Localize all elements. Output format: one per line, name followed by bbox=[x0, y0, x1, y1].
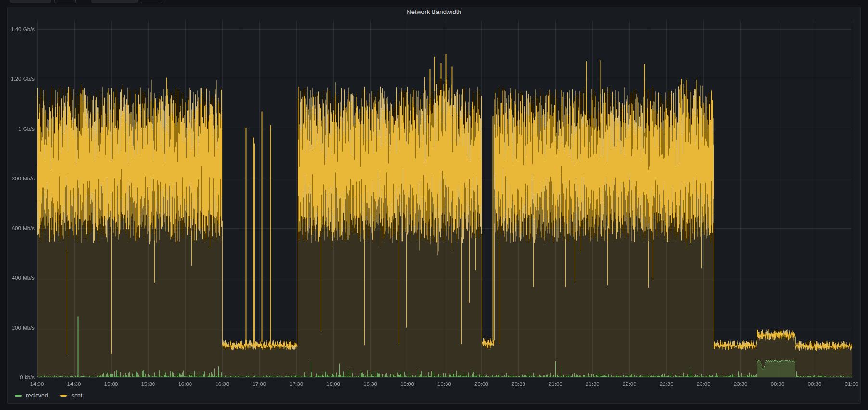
bandwidth-chart-canvas[interactable] bbox=[8, 17, 860, 385]
x-tick-label: 01:00 bbox=[833, 380, 868, 388]
x-tick-label: 23:30 bbox=[722, 380, 759, 388]
x-tick-label: 18:00 bbox=[315, 380, 352, 388]
y-tick-label: 1.40 Gb/s bbox=[0, 26, 35, 33]
legend: recieved sent bbox=[15, 391, 95, 400]
panel-title[interactable]: Network Bandwidth bbox=[7, 8, 861, 17]
x-tick-label: 16:00 bbox=[167, 380, 204, 388]
x-tick-label: 19:00 bbox=[389, 380, 426, 388]
x-tick-label: 18:30 bbox=[352, 380, 389, 388]
x-tick-label: 20:00 bbox=[463, 380, 499, 388]
variable-dropdown-stub[interactable] bbox=[91, 0, 138, 3]
y-tick-label: 1.20 Gb/s bbox=[0, 75, 35, 83]
x-tick-label: 15:00 bbox=[93, 380, 129, 388]
legend-label-sent[interactable]: sent bbox=[71, 392, 82, 399]
x-tick-label: 23:00 bbox=[685, 380, 722, 388]
variable-button-stub[interactable] bbox=[141, 0, 162, 3]
x-tick-label: 16:30 bbox=[204, 380, 241, 388]
legend-swatch-recieved bbox=[15, 395, 22, 397]
variable-button-stub[interactable] bbox=[54, 0, 76, 3]
legend-label-recieved[interactable]: recieved bbox=[26, 392, 48, 399]
x-tick-label: 20:30 bbox=[500, 380, 536, 388]
x-tick-label: 22:00 bbox=[611, 380, 648, 388]
x-tick-label: 21:00 bbox=[537, 380, 574, 388]
x-tick-label: 17:00 bbox=[241, 380, 278, 388]
x-tick-label: 21:30 bbox=[574, 380, 611, 388]
legend-swatch-sent bbox=[60, 395, 67, 397]
x-tick-label: 19:30 bbox=[426, 380, 463, 388]
x-tick-label: 14:00 bbox=[19, 380, 55, 388]
x-tick-label: 15:30 bbox=[130, 380, 166, 388]
variable-dropdown-stub[interactable] bbox=[10, 0, 51, 3]
x-tick-label: 00:00 bbox=[759, 380, 796, 388]
legend-item-sent[interactable]: sent bbox=[60, 392, 82, 399]
y-tick-label: 800 Mb/s bbox=[0, 175, 35, 182]
y-tick-label: 600 Mb/s bbox=[0, 224, 35, 232]
y-tick-label: 1 Gb/s bbox=[0, 125, 35, 133]
x-tick-label: 00:30 bbox=[796, 380, 833, 388]
x-tick-label: 14:30 bbox=[56, 380, 92, 388]
x-tick-label: 22:30 bbox=[648, 380, 685, 388]
x-tick-label: 17:30 bbox=[278, 380, 315, 388]
grafana-dashboard: Network Bandwidth 0 kb/s200 Mb/s400 Mb/s… bbox=[0, 0, 868, 410]
legend-item-recieved[interactable]: recieved bbox=[15, 392, 48, 399]
y-tick-label: 400 Mb/s bbox=[0, 274, 35, 282]
y-tick-label: 200 Mb/s bbox=[0, 324, 35, 332]
